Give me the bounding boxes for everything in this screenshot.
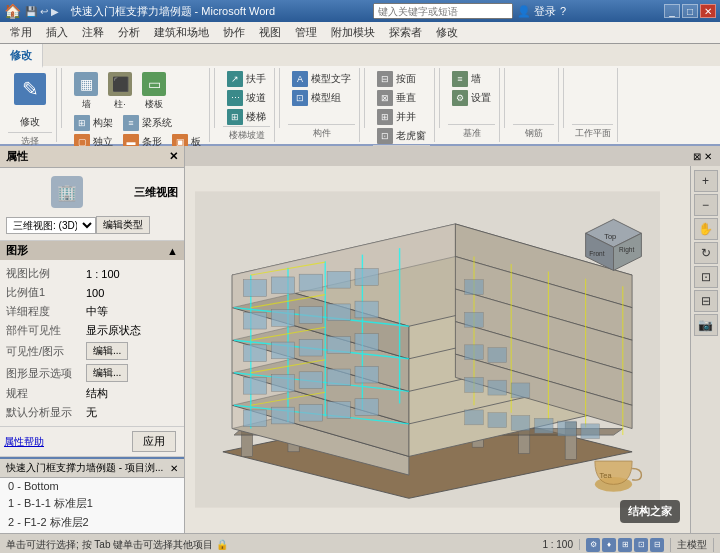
truss-button[interactable]: ⊞ 构架 (70, 114, 117, 132)
model-name-segment: 主模型 (677, 538, 714, 552)
tool-icon-2[interactable]: ♦ (602, 538, 616, 552)
zoom-in-button[interactable]: + (694, 170, 718, 192)
structure-buttons: ▦ 墙 ⬛ 柱· ▭ 楼板 ⊞ 构架 (70, 70, 205, 151)
beam-system-button[interactable]: ≡ 梁系统 (119, 114, 176, 132)
model-group-button[interactable]: ⊡ 模型组 (288, 89, 355, 107)
menu-analysis[interactable]: 分析 (112, 23, 146, 42)
foundation-btn-row: ↗ 扶手 ⋯ 坡道 ⊞ 楼梯 (223, 70, 270, 126)
model-text-button[interactable]: A 模型文字 (288, 70, 355, 88)
browser-close-icon[interactable]: ✕ (170, 463, 178, 474)
panel-close-icon[interactable]: ✕ (169, 150, 178, 163)
help-icon[interactable]: ? (560, 5, 566, 17)
user-icon: 👤 登录 (517, 4, 556, 19)
svg-rect-81 (465, 377, 484, 392)
section-box-button[interactable]: ⊟ (694, 290, 718, 312)
left-panel: 属性 ✕ 🏢 三维视图 三维视图: (3D) 编辑类型 图形 ▲ (0, 146, 185, 533)
svg-rect-69 (355, 301, 378, 318)
tool-icon-1[interactable]: ⚙ (586, 538, 600, 552)
title-bar: 🏠 💾 ↩ ▶ 快速入门框支撑力墙例题 - Microsoft Word 👤 登… (0, 0, 720, 22)
floor-icon: ▭ (142, 72, 166, 96)
ribbon-group-workplane: 工作平面 (568, 68, 618, 142)
close-button[interactable]: ✕ (700, 4, 716, 18)
sep5 (439, 68, 440, 128)
foundation-buttons: ↗ 扶手 ⋯ 坡道 ⊞ 楼梯 (223, 70, 270, 126)
maximize-button[interactable]: □ (682, 4, 698, 18)
modify-button[interactable]: ✎ 修改 (8, 70, 52, 132)
svg-rect-71 (271, 277, 294, 294)
stair-button[interactable]: ⊞ 楼梯 (223, 108, 270, 126)
tree-item-2[interactable]: 2 - F1-2 标准层2 (0, 513, 184, 532)
datum-wall-button[interactable]: ≡ 墙 (448, 70, 495, 88)
stair-icon: ⊞ (227, 109, 243, 125)
project-browser-panel: 快速入门框支撑力墙例题 - 项目浏... ✕ 0 - Bottom 1 - B-… (0, 457, 184, 533)
graphics-expand-icon[interactable]: ▲ (167, 245, 178, 257)
ribbon-tab-modify[interactable]: 修改 (0, 44, 43, 68)
menu-manage[interactable]: 管理 (289, 23, 323, 42)
menu-view[interactable]: 视图 (253, 23, 287, 42)
search-input[interactable] (373, 3, 513, 19)
tree-item-0[interactable]: 0 - Bottom (0, 478, 184, 494)
properties-help-link[interactable]: 属性帮助 (4, 435, 44, 449)
watermark: 结构之家 (620, 500, 680, 523)
datum-buttons: ≡ 墙 ⚙ 设置 (448, 70, 495, 124)
sep6 (504, 68, 505, 128)
model-text-icon: A (292, 71, 308, 87)
svg-rect-63 (327, 336, 350, 353)
minimize-button[interactable]: _ (664, 4, 680, 18)
menu-common[interactable]: 常用 (4, 23, 38, 42)
workplane-title: 工作平面 (572, 124, 613, 140)
column-button[interactable]: ⬛ 柱· (104, 70, 136, 113)
floor-button[interactable]: ▭ 楼板 (138, 70, 170, 113)
view-name-text: 三维视图 (134, 185, 178, 200)
zoom-out-button[interactable]: − (694, 194, 718, 216)
apply-button[interactable]: 应用 (132, 431, 176, 452)
scale-label: 1 : 100 (542, 539, 573, 550)
menu-collaborate[interactable]: 协作 (217, 23, 251, 42)
edit-type-button[interactable]: 编辑类型 (96, 216, 150, 234)
svg-rect-86 (465, 312, 484, 327)
fit-button[interactable]: ⊡ (694, 266, 718, 288)
settings-button[interactable]: ⚙ 设置 (448, 89, 495, 107)
menu-insert[interactable]: 插入 (40, 23, 74, 42)
svg-rect-80 (581, 424, 600, 439)
main-area: 属性 ✕ 🏢 三维视图 三维视图: (3D) 编辑类型 图形 ▲ (0, 146, 720, 533)
truss-icon: ⊞ (74, 115, 90, 131)
svg-rect-59 (355, 366, 378, 383)
merge-button[interactable]: ⊞ 并并 (373, 108, 430, 126)
vertical-opening-button[interactable]: ⊠ 垂直 (373, 89, 430, 107)
viewport-controls-icon[interactable]: ⊠ ✕ (693, 151, 712, 162)
menu-annotation[interactable]: 注释 (76, 23, 110, 42)
view-type-select[interactable]: 三维视图: (3D) (6, 217, 96, 234)
ramp-icon: ⋯ (227, 90, 243, 106)
handrail-button[interactable]: ↗ 扶手 (223, 70, 270, 88)
orbit-button[interactable]: ↻ (694, 242, 718, 264)
tool-icons: ⚙ ♦ ⊞ ⊡ ⊟ (586, 538, 671, 552)
menu-modify[interactable]: 修改 (430, 23, 464, 42)
camera-button[interactable]: 📷 (694, 314, 718, 336)
menu-addins[interactable]: 附加模块 (325, 23, 381, 42)
face-opening-button[interactable]: ⊟ 按面 (373, 70, 430, 88)
opening-buttons: ⊟ 按面 ⊠ 垂直 ⊞ 并并 ⊡ 老虎窗 (373, 70, 430, 145)
tree-item-1[interactable]: 1 - B-1-1 标准层1 (0, 494, 184, 513)
menu-explorer[interactable]: 探索者 (383, 23, 428, 42)
window-controls[interactable]: _ □ ✕ (664, 4, 716, 18)
viewport-header: ⊠ ✕ (185, 146, 720, 166)
datum-wall-icon: ≡ (452, 71, 468, 87)
dormer-button[interactable]: ⊡ 老虎窗 (373, 127, 430, 145)
tool-icon-4[interactable]: ⊡ (634, 538, 648, 552)
pan-button[interactable]: ✋ (694, 218, 718, 240)
wall-button[interactable]: ▦ 墙 (70, 70, 102, 113)
tool-icon-5[interactable]: ⊟ (650, 538, 664, 552)
display-edit-button[interactable]: 编辑... (86, 364, 128, 382)
ramp-button[interactable]: ⋯ 坡道 (223, 89, 270, 107)
svg-rect-51 (271, 407, 294, 424)
ribbon-group-datum: ≡ 墙 ⚙ 设置 基准 (444, 68, 500, 142)
tool-icon-3[interactable]: ⊞ (618, 538, 632, 552)
menu-architecture[interactable]: 建筑和场地 (148, 23, 215, 42)
tree-item-3[interactable]: 3 - F2-3 标准层3 (0, 532, 184, 533)
svg-rect-64 (355, 334, 378, 351)
rebar-title: 钢筋 (513, 124, 554, 140)
ribbon-group-structure: ▦ 墙 ⬛ 柱· ▭ 楼板 ⊞ 构架 (66, 68, 210, 142)
visibility-edit-button[interactable]: 编辑... (86, 342, 128, 360)
svg-rect-75 (465, 410, 484, 425)
